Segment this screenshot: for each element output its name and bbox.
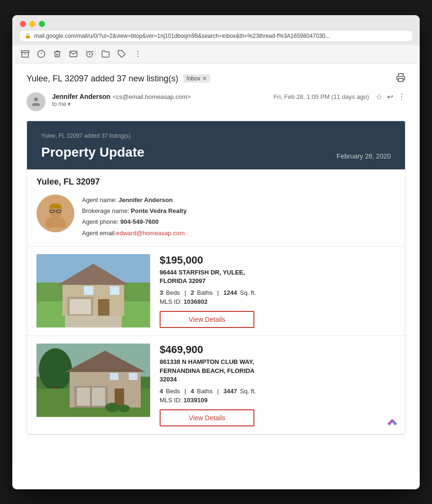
svg-rect-24 bbox=[70, 299, 91, 314]
listing-address-2: 861338 N HAMPTON CLUB WAY, FERNANDINA BE… bbox=[160, 358, 396, 384]
move-to-icon[interactable] bbox=[100, 49, 111, 59]
sender-name-row: Jennifer Anderson <cs@email.homeasap.com… bbox=[52, 92, 267, 101]
svg-point-40 bbox=[105, 403, 119, 412]
listing-mls-1: MLS ID: 1036802 bbox=[160, 298, 396, 305]
email-row: Agent email:edward@homeasap.com bbox=[82, 228, 187, 239]
svg-rect-0 bbox=[21, 51, 29, 53]
sender-row: Jennifer Anderson <cs@email.homeasap.com… bbox=[27, 92, 405, 111]
close-button[interactable] bbox=[20, 21, 26, 27]
svg-point-9 bbox=[137, 56, 138, 57]
brokerage-row: Brokerage name: Ponte Vedra Realty bbox=[82, 205, 187, 216]
email-body-wrapper: Yulee, FL 32097 added 37 listing(s). Pro… bbox=[27, 121, 405, 435]
mark-unread-icon[interactable] bbox=[68, 49, 79, 59]
brokerage-value: Ponte Vedra Realty bbox=[131, 207, 187, 214]
svg-rect-26 bbox=[84, 286, 93, 295]
label-icon[interactable] bbox=[117, 49, 127, 59]
svg-rect-35 bbox=[77, 388, 90, 406]
browser-window: 🔒 mail.google.com/mail/u/0/?ui=2&view=bt… bbox=[12, 15, 420, 489]
minimize-button[interactable] bbox=[29, 21, 36, 27]
sender-name: Jennifer Anderson bbox=[52, 93, 110, 100]
brokerage-label: Brokerage name: bbox=[82, 207, 131, 214]
email-dark-header: Yulee, FL 32097 added 37 listing(s). Pro… bbox=[27, 121, 405, 169]
traffic-lights bbox=[20, 21, 412, 27]
svg-rect-38 bbox=[110, 373, 118, 380]
inbox-badge-close[interactable]: ✕ bbox=[202, 75, 207, 82]
phone-value: 904-549-7600 bbox=[120, 218, 159, 225]
clickup-icon[interactable] bbox=[386, 417, 399, 430]
location-section: Yulee, FL 32097 bbox=[27, 169, 405, 247]
inbox-label: Inbox bbox=[187, 75, 200, 82]
agent-section: Agent name: Jennifer Anderson Brokerage … bbox=[36, 195, 396, 239]
archive-icon[interactable] bbox=[20, 49, 30, 59]
view-details-button-1[interactable]: View Details bbox=[160, 311, 254, 328]
more-email-options-icon[interactable]: ⋮ bbox=[398, 92, 405, 101]
svg-rect-10 bbox=[398, 78, 403, 81]
email-date: Fri, Feb 28, 1:05 PM (11 days ago) bbox=[273, 93, 369, 100]
agent-photo bbox=[36, 195, 74, 232]
listing-specs-2: 4 Beds | 4 Baths | 3447 Sq. ft. bbox=[160, 388, 396, 395]
svg-point-7 bbox=[137, 51, 138, 52]
recipient-row[interactable]: to me ▾ bbox=[52, 101, 267, 107]
print-icon[interactable] bbox=[396, 73, 405, 85]
address-bar[interactable]: 🔒 mail.google.com/mail/u/0/?ui=2&view=bt… bbox=[20, 31, 412, 41]
phone-label: Agent phone: bbox=[82, 218, 120, 225]
svg-rect-39 bbox=[129, 373, 137, 380]
email-subject: Yulee, FL 32097 added 37 new listing(s) … bbox=[27, 74, 210, 84]
delete-icon[interactable] bbox=[52, 49, 63, 59]
email-label: Agent email: bbox=[82, 230, 116, 237]
more-options-icon[interactable] bbox=[133, 49, 143, 59]
agent-name-label: Agent name: bbox=[82, 196, 118, 203]
star-icon[interactable]: ☆ bbox=[376, 92, 382, 101]
email-meta: Fri, Feb 28, 1:05 PM (11 days ago) ☆ ↩ ⋮ bbox=[273, 92, 405, 101]
avatar bbox=[27, 92, 45, 111]
listing-card-1: $195,000 96444 STARFISH DR, YULEE, FLORI… bbox=[27, 247, 405, 336]
email-body: Yulee, FL 32097 added 37 listing(s). Pro… bbox=[27, 121, 405, 435]
title-date-row: Property Update February 28, 2020 bbox=[41, 145, 391, 160]
title-bar: 🔒 mail.google.com/mail/u/0/?ui=2&view=bt… bbox=[12, 15, 420, 45]
email-white-content: Yulee, FL 32097 bbox=[27, 169, 405, 435]
report-spam-icon[interactable] bbox=[36, 49, 46, 59]
listing-image-1 bbox=[36, 254, 150, 327]
svg-rect-25 bbox=[98, 299, 109, 316]
email-subtitle: Yulee, FL 32097 added 37 listing(s). bbox=[41, 133, 391, 139]
url-text: mail.google.com/mail/u/0/?ui=2&view=btop… bbox=[34, 33, 330, 39]
location-title: Yulee, FL 32097 bbox=[36, 177, 396, 187]
agent-name-row: Agent name: Jennifer Anderson bbox=[82, 195, 187, 205]
view-details-button-2[interactable]: View Details bbox=[160, 409, 254, 426]
listing-price-2: $469,900 bbox=[160, 344, 396, 356]
phone-row: Agent phone: 904-549-7600 bbox=[82, 216, 187, 227]
listing-specs-1: 3 Beds | 2 Baths | 1244 Sq. ft. bbox=[160, 289, 396, 296]
reply-icon[interactable]: ↩ bbox=[387, 92, 393, 101]
agent-details: Agent name: Jennifer Anderson Brokerage … bbox=[82, 195, 187, 239]
svg-rect-36 bbox=[92, 388, 105, 406]
listing-price-1: $195,000 bbox=[160, 254, 396, 266]
email-content-area: Yulee, FL 32097 added 37 new listing(s) … bbox=[12, 63, 420, 489]
listing-details-1: $195,000 96444 STARFISH DR, YULEE, FLORI… bbox=[160, 254, 396, 328]
snooze-icon[interactable] bbox=[84, 49, 95, 59]
svg-point-13 bbox=[45, 216, 66, 228]
maximize-button[interactable] bbox=[39, 21, 45, 27]
agent-name-value: Jennifer Anderson bbox=[118, 196, 172, 203]
listing-address-1: 96444 STARFISH DR, YULEE, FLORIDA 32097 bbox=[160, 268, 396, 285]
listing-details-2: $469,900 861338 N HAMPTON CLUB WAY, FERN… bbox=[160, 344, 396, 426]
email-toolbar bbox=[12, 45, 420, 63]
sender-email-address: <cs@email.homeasap.com> bbox=[113, 93, 191, 100]
email-body-date: February 28, 2020 bbox=[337, 152, 391, 160]
listing-mls-2: MLS ID: 1039109 bbox=[160, 397, 396, 404]
meta-icons: ☆ ↩ ⋮ bbox=[376, 92, 405, 101]
svg-point-8 bbox=[137, 53, 138, 54]
property-update-title: Property Update bbox=[41, 145, 144, 160]
listing-card-2: $469,900 861338 N HAMPTON CLUB WAY, FERN… bbox=[27, 336, 405, 434]
agent-email-link[interactable]: edward@homeasap.com bbox=[116, 230, 185, 237]
subject-text: Yulee, FL 32097 added 37 new listing(s) bbox=[27, 74, 179, 84]
inbox-badge: Inbox ✕ bbox=[183, 74, 210, 83]
lock-icon: 🔒 bbox=[25, 33, 31, 39]
svg-point-41 bbox=[118, 405, 130, 412]
sender-info: Jennifer Anderson <cs@email.homeasap.com… bbox=[52, 92, 267, 107]
listing-image-2 bbox=[36, 344, 150, 417]
svg-rect-27 bbox=[110, 286, 119, 295]
svg-point-29 bbox=[39, 348, 72, 391]
email-subject-row: Yulee, FL 32097 added 37 new listing(s) … bbox=[27, 73, 405, 85]
svg-point-11 bbox=[34, 97, 38, 101]
